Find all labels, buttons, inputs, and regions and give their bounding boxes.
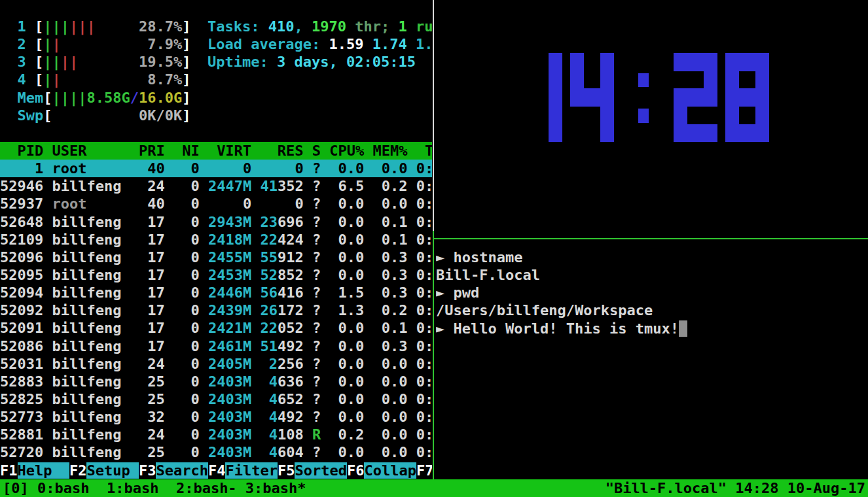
process-row[interactable]: 1 root 40 0 0 0 ? 0.0 0.0 0: — [0, 160, 432, 177]
uptime-line: Uptime: 3 days, 02:05:15 — [208, 53, 432, 71]
clock-digit — [674, 53, 717, 142]
process-table: PID USER PRI NI VIRT RES S CPU% MEM% TIM… — [0, 142, 432, 462]
memory-meter: Mem[||||8.58G/16.0G] — [0, 89, 190, 107]
process-row[interactable]: 52096 billfeng 17 0 2455M 55912 ? 0.0 0.… — [0, 248, 432, 266]
process-row[interactable]: 52773 billfeng 32 0 2403M 4492 ? 0.0 0.0… — [0, 408, 432, 426]
tasks-line: Tasks: 410, 1970 thr; 1 ru — [208, 18, 432, 35]
digital-clock — [518, 53, 777, 142]
fkey-f2[interactable]: F2Setup — [69, 462, 139, 479]
process-row[interactable]: 52091 billfeng 17 0 2421M 22052 ? 0.0 0.… — [0, 319, 432, 337]
process-row[interactable]: 52881 billfeng 24 0 2403M 4108 R 0.2 0.0… — [0, 426, 432, 443]
process-table-header[interactable]: PID USER PRI NI VIRT RES S CPU% MEM% TIM… — [0, 142, 432, 160]
prompt-arrow-icon: ► — [436, 249, 454, 266]
process-row[interactable]: 52937 root 40 0 0 0 ? 0.0 0.0 0: — [0, 195, 432, 213]
terminal-line: ► hostname — [436, 248, 687, 266]
status-clock-date: "Bill-F.local" 14:28 10-Aug-17 — [606, 479, 868, 497]
prompt-arrow-icon: ► — [436, 320, 454, 337]
cpu-meter-3: 3 [|||| 19.5%] — [0, 53, 190, 71]
tasks-summary: Tasks: 410, 1970 thr; 1 ruLoad average: … — [208, 18, 432, 71]
window-list[interactable]: [0] 0:bash 1:bash 2:bash- 3:bash* — [0, 479, 306, 497]
cpu-meter-4: 4 [|| 8.7%] — [0, 71, 190, 88]
shell-pane[interactable]: ► hostnameBill-F.local► pwd/Users/billfe… — [434, 239, 868, 479]
load-average-line: Load average: 1.59 1.74 1. — [208, 35, 432, 53]
function-key-bar: F1Help F2Setup F3SearchF4FilterF5SortedF… — [0, 462, 432, 479]
cpu-memory-meters: 1 [|||||| 28.7%] 2 [|| 7.9%] 3 [|||| 19.… — [0, 18, 190, 124]
htop-pane[interactable]: 1 [|||||| 28.7%] 2 [|| 7.9%] 3 [|||| 19.… — [0, 0, 432, 479]
fkey-f5[interactable]: F5Sorted — [278, 462, 347, 479]
fkey-f3[interactable]: F3Search — [139, 462, 208, 479]
fkey-f4[interactable]: F4Filter — [208, 462, 278, 479]
process-row[interactable]: 52946 billfeng 24 0 2447M 41352 ? 6.5 0.… — [0, 177, 432, 195]
clock-digit — [570, 53, 613, 142]
process-row[interactable]: 52109 billfeng 17 0 2418M 22424 ? 0.0 0.… — [0, 231, 432, 248]
terminal-line: ► Hello World! This is tmux! — [436, 320, 687, 337]
process-row[interactable]: 52092 billfeng 17 0 2439M 26172 ? 1.3 0.… — [0, 301, 432, 319]
terminal-line: /Users/billfeng/Workspace — [436, 301, 687, 319]
process-row[interactable]: 52883 billfeng 25 0 2403M 4636 ? 0.0 0.0… — [0, 373, 432, 390]
process-row[interactable]: 52648 billfeng 17 0 2943M 23696 ? 0.0 0.… — [0, 213, 432, 231]
clock-digit — [518, 53, 562, 142]
clock-colon — [622, 53, 665, 142]
fkey-f6[interactable]: F6Collap — [347, 462, 416, 479]
process-row[interactable]: 52031 billfeng 24 0 2405M 2256 ? 0.0 0.0… — [0, 355, 432, 373]
terminal-output: ► hostnameBill-F.local► pwd/Users/billfe… — [436, 248, 687, 337]
tmux-status-bar: [0] 0:bash 1:bash 2:bash- 3:bash* "Bill-… — [0, 479, 868, 497]
terminal-cursor — [679, 320, 687, 337]
terminal-line: Bill-F.local — [436, 266, 687, 284]
clock-digit — [725, 53, 769, 142]
process-row[interactable]: 52095 billfeng 17 0 2453M 52852 ? 0.0 0.… — [0, 266, 432, 284]
clock-pane[interactable] — [434, 0, 868, 238]
prompt-arrow-icon: ► — [436, 284, 454, 301]
terminal-line: ► pwd — [436, 284, 687, 301]
fkey-f1[interactable]: F1Help — [0, 462, 69, 479]
process-row[interactable]: 52094 billfeng 17 0 2446M 56416 ? 1.5 0.… — [0, 284, 432, 301]
process-row[interactable]: 52086 billfeng 17 0 2461M 51492 ? 0.0 0.… — [0, 337, 432, 355]
tmux-screen: { "palette": { "bg": "#000000", "fg": "#… — [0, 0, 868, 497]
swap-meter: Swp[ 0K/0K] — [0, 107, 190, 124]
process-row[interactable]: 52720 billfeng 25 0 2403M 4604 ? 0.0 0.0… — [0, 443, 432, 461]
cpu-meter-2: 2 [|| 7.9%] — [0, 35, 190, 53]
process-row[interactable]: 52825 billfeng 25 0 2403M 4652 ? 0.0 0.0… — [0, 390, 432, 408]
fkey-f7[interactable]: F7N — [416, 462, 432, 479]
cpu-meter-1: 1 [|||||| 28.7%] — [0, 18, 190, 35]
